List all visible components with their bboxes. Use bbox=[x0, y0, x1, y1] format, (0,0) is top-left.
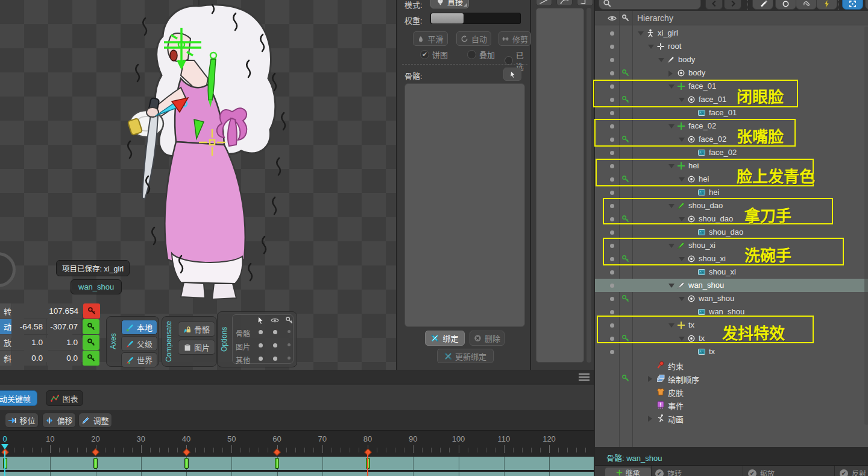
footer-check-3[interactable]: ✔反射 bbox=[840, 468, 866, 476]
transform-row-label[interactable]: 动 bbox=[0, 319, 11, 334]
extra-tool-button[interactable] bbox=[865, 0, 868, 10]
checkbox-2[interactable]: 叠加 bbox=[467, 49, 495, 60]
options-toggle[interactable] bbox=[273, 357, 277, 361]
tree-row-shou_xi[interactable]: shou_xi bbox=[595, 265, 868, 279]
ellipse-tool-button[interactable] bbox=[775, 0, 796, 10]
graph-button[interactable]: 图表 bbox=[46, 390, 83, 406]
tool-button-3[interactable]: 调整 bbox=[78, 413, 112, 428]
tree-row-wan_shou[interactable]: wan_shou bbox=[595, 292, 868, 305]
dopesheet-keyframe[interactable] bbox=[93, 458, 98, 469]
options-toggle[interactable] bbox=[259, 330, 263, 334]
tree-row-皮肤[interactable]: 皮肤 bbox=[595, 385, 868, 398]
dopesheet-row-2[interactable] bbox=[0, 472, 594, 476]
auto-button[interactable]: 自动 bbox=[456, 31, 491, 46]
transform-row-label[interactable]: 斜 bbox=[0, 351, 11, 366]
transform-value[interactable]: -64.58 bbox=[12, 319, 46, 334]
bound-bones-list[interactable] bbox=[404, 83, 525, 327]
axes-button-1[interactable]: 本地 bbox=[121, 320, 157, 335]
weight-slider-handle[interactable] bbox=[431, 13, 464, 24]
remove-button[interactable]: 删除 bbox=[470, 331, 505, 346]
options-toggle[interactable] bbox=[288, 330, 291, 333]
playhead-triangle[interactable] bbox=[1, 444, 8, 449]
tree-row-约束[interactable]: 约束 bbox=[595, 358, 868, 372]
key-icon[interactable] bbox=[621, 294, 630, 303]
prune-button[interactable]: 修剪 bbox=[498, 31, 531, 46]
tool-button-2[interactable]: 偏移 bbox=[42, 413, 76, 428]
visibility-dot[interactable] bbox=[610, 151, 614, 155]
tree-row-动画[interactable]: 动画 bbox=[595, 411, 868, 425]
pose-tool-button[interactable] bbox=[842, 0, 863, 10]
visibility-dot[interactable] bbox=[610, 58, 614, 62]
keyframe-diamond[interactable] bbox=[273, 448, 281, 456]
tree-row-root[interactable]: root bbox=[595, 40, 868, 53]
expander-right-icon[interactable] bbox=[648, 416, 652, 422]
forward-button[interactable] bbox=[724, 0, 741, 10]
tree-row-xi_girl[interactable]: xi_girl bbox=[595, 27, 868, 40]
options-toggle[interactable] bbox=[288, 357, 291, 360]
tree-row-hei[interactable]: hei bbox=[595, 186, 868, 199]
tree-row-body[interactable]: body bbox=[595, 66, 868, 80]
expander-down-icon[interactable] bbox=[668, 284, 675, 288]
smooth-button[interactable]: 平滑 bbox=[413, 31, 448, 46]
timeline-ruler[interactable]: 0102030405060708090100110120 bbox=[0, 430, 594, 457]
keyframe-diamond[interactable] bbox=[92, 448, 99, 456]
visibility-dot[interactable] bbox=[610, 284, 614, 288]
transform-value[interactable]: 1.0 bbox=[47, 335, 81, 350]
transform-value[interactable]: 1.0 bbox=[12, 335, 46, 350]
keyframe-diamond[interactable] bbox=[183, 448, 190, 456]
expander-right-icon[interactable] bbox=[668, 71, 673, 77]
expander-right-icon[interactable] bbox=[648, 376, 652, 382]
compensate-button-2[interactable]: 图片 bbox=[178, 340, 215, 355]
visibility-dot[interactable] bbox=[610, 297, 614, 301]
tool-button-1[interactable]: 移位 bbox=[5, 413, 39, 428]
visibility-dot[interactable] bbox=[610, 111, 614, 115]
footer-check-1[interactable]: ✔旋转 bbox=[655, 468, 682, 476]
footer-check-2[interactable]: ✔缩放 bbox=[748, 468, 775, 476]
view-dial[interactable] bbox=[0, 252, 16, 287]
curve-stepped-button[interactable] bbox=[577, 0, 593, 6]
expander-down-icon[interactable] bbox=[648, 45, 654, 49]
key-icon[interactable] bbox=[621, 69, 630, 77]
axes-button-2[interactable]: 父级 bbox=[121, 336, 157, 351]
options-toggle[interactable] bbox=[259, 343, 263, 347]
back-button[interactable] bbox=[705, 0, 723, 10]
tree-row-绘制顺序[interactable]: 绘制顺序 bbox=[595, 372, 868, 385]
visibility-dot[interactable] bbox=[610, 191, 614, 195]
timeline-menu-icon[interactable] bbox=[579, 373, 590, 381]
bind-button[interactable]: 绑定 bbox=[425, 331, 465, 346]
options-toggle[interactable] bbox=[273, 330, 277, 334]
visibility-dot[interactable] bbox=[610, 31, 614, 36]
visibility-dot[interactable] bbox=[610, 230, 614, 235]
create-tool-button[interactable] bbox=[752, 0, 773, 10]
options-toggle[interactable] bbox=[259, 357, 263, 361]
visibility-dot[interactable] bbox=[610, 45, 614, 49]
playhead-line[interactable] bbox=[4, 451, 5, 476]
tree-row-face_02[interactable]: face_02 bbox=[595, 146, 868, 159]
curve-linear-button[interactable] bbox=[536, 0, 552, 6]
transform-value[interactable]: 0.0 bbox=[47, 351, 81, 366]
transform-row-label[interactable]: 放 bbox=[0, 335, 11, 350]
visibility-dot[interactable] bbox=[610, 71, 614, 75]
dopesheet-keyframe[interactable] bbox=[184, 458, 189, 469]
tree-row-tx[interactable]: tx bbox=[595, 345, 868, 358]
inherit-button[interactable]: 继承 bbox=[605, 468, 651, 476]
checkbox-1[interactable]: ✔饼图 bbox=[420, 49, 448, 60]
tree-row-shou_dao[interactable]: shou_dao bbox=[595, 226, 868, 239]
transform-value[interactable]: -307.07 bbox=[47, 319, 81, 334]
graph-scrollbar[interactable] bbox=[587, 8, 591, 363]
expander-down-icon[interactable] bbox=[638, 31, 644, 36]
axes-button-3[interactable]: 世界 bbox=[121, 352, 157, 367]
key-button[interactable] bbox=[83, 319, 99, 334]
key-button[interactable] bbox=[83, 351, 99, 366]
options-toggle[interactable] bbox=[288, 343, 291, 346]
transform-row-label[interactable]: 转 bbox=[0, 303, 11, 319]
transform-value[interactable]: 0.0 bbox=[12, 351, 46, 366]
autokey-button[interactable]: 动关键帧 bbox=[0, 390, 37, 406]
visibility-dot[interactable] bbox=[610, 270, 614, 274]
visibility-column-icon[interactable] bbox=[608, 14, 617, 23]
select-bones-button[interactable] bbox=[503, 68, 521, 81]
key-button[interactable] bbox=[83, 303, 100, 319]
mode-dropdown[interactable]: 直接 bbox=[430, 0, 469, 8]
update-bind-button[interactable]: 更新绑定 bbox=[437, 349, 494, 363]
compensate-button-1[interactable]: 骨骼 bbox=[178, 322, 215, 337]
